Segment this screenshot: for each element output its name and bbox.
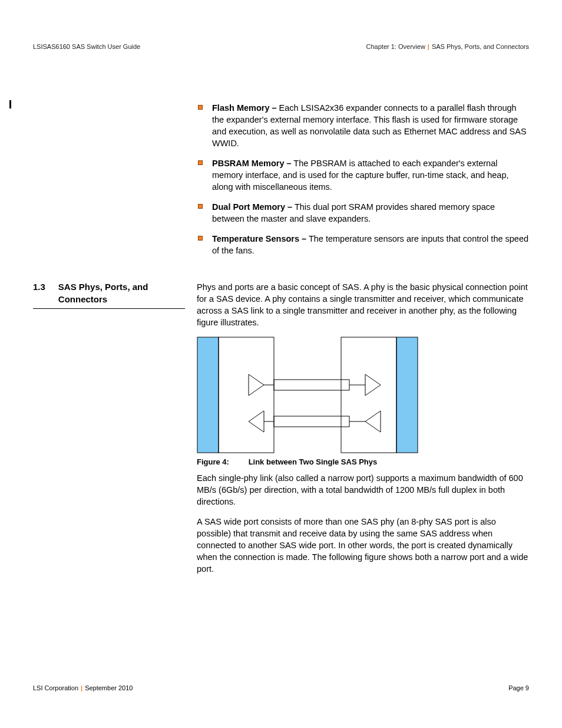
footer-company: LSI Corporation	[33, 684, 78, 691]
list-item: Temperature Sensors – The temperature se…	[197, 233, 529, 256]
term-temperature-sensors: Temperature Sensors –	[212, 234, 306, 243]
figure-caption: Figure 4: Link between Two Single SAS Ph…	[197, 457, 529, 467]
svg-marker-4	[249, 374, 264, 396]
page-footer: LSI Corporation|September 2010 Page 9	[33, 684, 529, 693]
change-bar	[9, 100, 11, 108]
svg-rect-3	[341, 337, 396, 453]
svg-rect-2	[219, 337, 274, 453]
header-chapter: Chapter 1: Overview	[366, 43, 425, 50]
page-header: LSISAS6160 SAS Switch User Guide Chapter…	[33, 42, 529, 51]
svg-marker-7	[365, 411, 381, 432]
feature-list: Flash Memory – Each LSISA2x36 expander c…	[197, 102, 529, 256]
list-item: Dual Port Memory – This dual port SRAM p…	[197, 201, 529, 225]
header-section: SAS Phys, Ports, and Connectors	[432, 43, 529, 50]
svg-marker-5	[365, 374, 381, 396]
sas-phy-diagram	[197, 337, 418, 453]
list-item: Flash Memory – Each LSISA2x36 expander c…	[197, 102, 529, 149]
separator-pipe: |	[81, 684, 82, 691]
term-dual-port-memory: Dual Port Memory –	[212, 202, 292, 212]
footer-date: September 2010	[85, 684, 133, 691]
term-pbsram-memory: PBSRAM Memory –	[212, 159, 292, 168]
section-heading: 1.3 SAS Phys, Ports, and Connectors	[33, 281, 185, 308]
svg-rect-11	[274, 416, 349, 427]
section-para-bandwidth: Each single-phy link (also called a narr…	[197, 472, 529, 508]
figure-title: Link between Two Single SAS Phys	[249, 457, 378, 466]
section-para-wideport: A SAS wide port consists of more than on…	[197, 516, 529, 575]
separator-pipe: |	[428, 43, 429, 50]
footer-page: Page 9	[508, 684, 529, 693]
svg-marker-6	[249, 411, 264, 432]
footer-left: LSI Corporation|September 2010	[33, 684, 133, 693]
figure-4: Figure 4: Link between Two Single SAS Ph…	[197, 337, 529, 467]
figure-label: Figure 4:	[197, 457, 246, 467]
svg-rect-0	[197, 337, 219, 453]
list-item: PBSRAM Memory – The PBSRAM is attached t…	[197, 157, 529, 193]
header-right: Chapter 1: Overview|SAS Phys, Ports, and…	[366, 42, 529, 51]
svg-rect-1	[396, 337, 418, 453]
svg-rect-8	[274, 380, 349, 390]
section-intro: Phys and ports are a basic concept of SA…	[197, 281, 529, 328]
term-flash-memory: Flash Memory –	[212, 103, 277, 113]
section-title: SAS Phys, Ports, and Connectors	[58, 281, 185, 305]
header-left: LSISAS6160 SAS Switch User Guide	[33, 42, 140, 51]
section-number: 1.3	[33, 281, 45, 305]
